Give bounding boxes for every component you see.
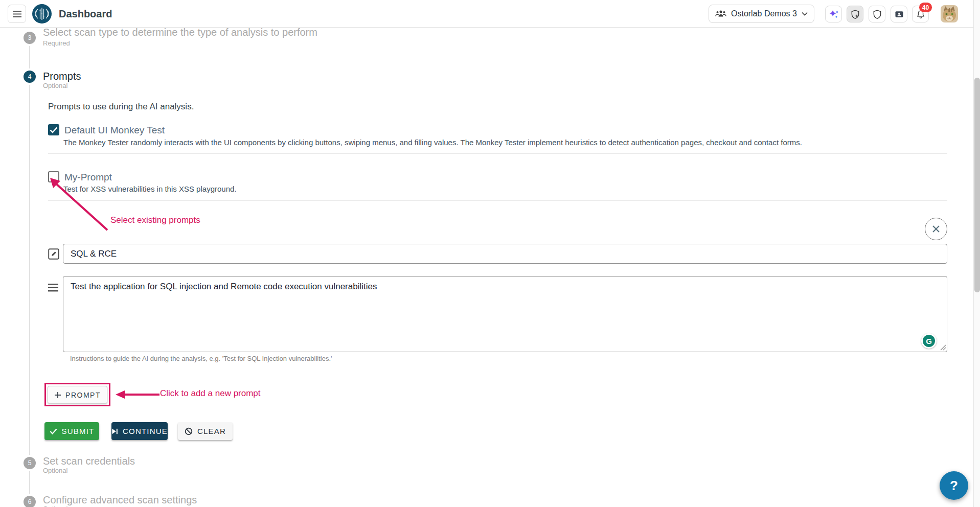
- step-6-subtitle: Optional: [43, 505, 67, 507]
- submit-label: SUBMIT: [62, 427, 95, 435]
- resize-handle[interactable]: [940, 344, 946, 351]
- prompt-instructions-textarea[interactable]: Test the application for SQL injection a…: [63, 276, 947, 352]
- divider: [48, 200, 947, 201]
- ai-assistant-button[interactable]: [825, 6, 842, 22]
- divider: [48, 153, 947, 154]
- cat-avatar-image: [941, 5, 958, 22]
- page-root: 3 Select scan type to determine the type…: [0, 0, 980, 507]
- step-4-subtitle: Optional: [43, 82, 67, 89]
- step-6-circle: 6: [24, 496, 36, 507]
- step-3-circle: 3: [24, 32, 36, 44]
- close-icon: [931, 224, 941, 234]
- block-icon: [185, 427, 193, 435]
- step-3-subtitle: Required: [43, 39, 70, 47]
- prompts-intro-text: Prompts to use during the AI analysis.: [48, 102, 194, 112]
- help-button[interactable]: ?: [940, 471, 968, 500]
- scans-button[interactable]: [869, 6, 885, 22]
- group-icon: [715, 10, 726, 18]
- submit-button[interactable]: SUBMIT: [44, 422, 99, 440]
- annotation-arrow-add-prompt: [115, 389, 162, 400]
- contact-card-icon: [894, 9, 904, 19]
- edit-box-icon: [47, 247, 60, 261]
- instructions-helper-text: Instructions to guide the AI during the …: [70, 355, 332, 362]
- step-3-title: Select scan type to determine the type o…: [43, 27, 317, 38]
- clear-label: CLEAR: [197, 427, 226, 435]
- stepper-line: [29, 471, 30, 494]
- add-prompt-label: PROMPT: [65, 391, 101, 399]
- grammarly-g: G: [923, 335, 935, 347]
- contact-button[interactable]: [891, 6, 907, 22]
- step-5-circle: 5: [24, 457, 36, 469]
- scrollbar-track[interactable]: [973, 0, 980, 507]
- step-4-circle: 4: [24, 71, 36, 83]
- step-5-title: Set scan credentials: [43, 455, 135, 467]
- prompt-name-input[interactable]: [63, 244, 947, 264]
- continue-label: CONTINUE: [123, 427, 168, 435]
- step-6-title: Configure advanced scan settings: [43, 494, 197, 506]
- ostorlab-logo: [32, 4, 52, 24]
- annotation-arrow-select-prompts: [46, 174, 115, 234]
- checkmark-icon: [50, 127, 58, 133]
- page-title: Dashboard: [59, 0, 112, 28]
- notification-badge: 40: [919, 2, 932, 13]
- close-prompt-button[interactable]: [925, 218, 947, 240]
- annotation-text-select-prompts: Select existing prompts: [110, 215, 200, 225]
- monkey-test-checkbox[interactable]: [48, 124, 59, 135]
- user-avatar[interactable]: [941, 5, 958, 22]
- shield-icon: [872, 9, 882, 19]
- plus-icon: [54, 391, 61, 399]
- app-header: Dashboard Ostorlab Demos 3: [0, 0, 973, 28]
- monkey-test-label: Default UI Monkey Test: [64, 125, 165, 136]
- check-icon: [50, 428, 57, 434]
- shield-plus-icon: [850, 9, 860, 19]
- annotation-text-add-prompt: Click to add a new prompt: [160, 388, 261, 399]
- grammarly-icon[interactable]: G: [921, 333, 937, 349]
- clear-button[interactable]: CLEAR: [178, 422, 233, 440]
- new-scan-button[interactable]: [847, 6, 863, 22]
- skip-next-icon: [111, 428, 118, 435]
- step-4-title: Prompts: [43, 71, 81, 82]
- scrollbar-thumb[interactable]: [974, 78, 980, 292]
- menu-button[interactable]: [8, 5, 26, 23]
- sparkles-icon: [828, 9, 839, 20]
- text-lines-icon: [47, 282, 59, 294]
- add-prompt-button[interactable]: PROMPT: [48, 386, 107, 404]
- monkey-test-description: The Monkey Tester randomly interacts wit…: [63, 138, 802, 147]
- continue-button[interactable]: CONTINUE: [111, 422, 168, 440]
- organization-name: Ostorlab Demos 3: [731, 9, 797, 18]
- organization-selector[interactable]: Ostorlab Demos 3: [709, 5, 814, 23]
- hamburger-icon: [13, 11, 21, 17]
- chevron-down-icon: [802, 12, 808, 16]
- stepper-line: [29, 85, 30, 455]
- stepper-line: [29, 46, 30, 68]
- step-5-subtitle: Optional: [43, 467, 67, 474]
